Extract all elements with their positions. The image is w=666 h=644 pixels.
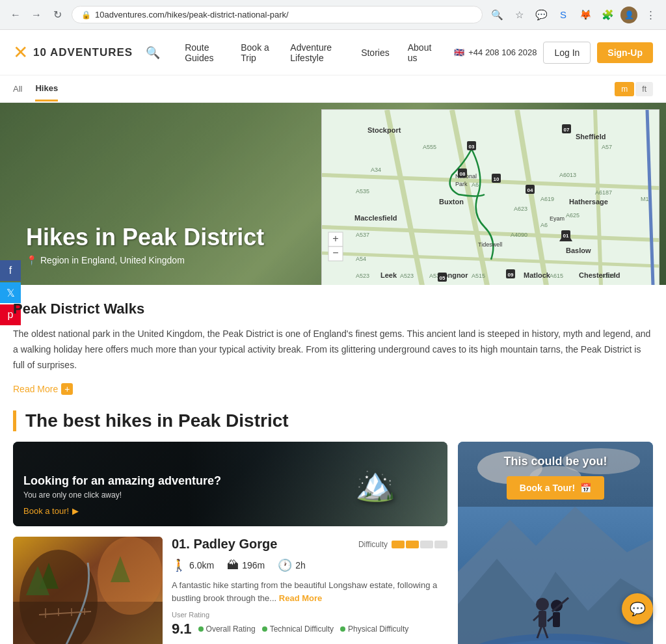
logo-icon: ✕ <box>13 42 28 63</box>
browser-nav-buttons: ← → ↻ <box>7 6 66 24</box>
svg-text:Leek: Leek <box>380 271 397 279</box>
svg-text:A615: A615 <box>550 273 563 279</box>
nav-about-us[interactable]: About us <box>399 30 442 75</box>
hikes-left: 🏔️ Looking for an amazing adventure? You… <box>13 442 447 644</box>
svg-text:A6013: A6013 <box>559 172 576 178</box>
svg-text:07: 07 <box>564 127 570 133</box>
url-text: 10adventures.com/hikes/peak-district-nat… <box>95 10 289 20</box>
svg-text:A6: A6 <box>540 222 548 228</box>
hike-info-padley-gorge: 01. Padley Gorge Difficulty <box>172 537 447 644</box>
svg-text:Buxton: Buxton <box>439 198 464 206</box>
adventure-banner[interactable]: 🏔️ Looking for an amazing adventure? You… <box>13 442 447 526</box>
facebook-share-button[interactable]: f <box>0 260 21 281</box>
site-header: ✕ 10 ADVENTURES 🔍 Route Guides Book a Tr… <box>0 30 666 75</box>
chat-bubble[interactable]: 💬 <box>622 593 653 624</box>
map-wrapper[interactable]: A34 A535 A537 A54 A523 A523 A515 A619 A6… <box>321 109 659 285</box>
logo-text: 10 ADVENTURES <box>33 46 133 59</box>
login-button[interactable]: Log In <box>543 42 591 64</box>
walks-title: Peak District Walks <box>13 301 653 317</box>
svg-text:M1: M1 <box>641 196 649 202</box>
best-hikes-section: The best hikes in Peak District 🏔️ Looki… <box>0 410 666 644</box>
browser-actions: 🔍 ☆ 💬 S 🦊 🧩 👤 ⋮ <box>488 6 659 24</box>
best-hikes-heading: The best hikes in Peak District <box>13 410 653 431</box>
subnav-hikes[interactable]: Hikes <box>35 77 58 101</box>
hike-thumb-bg <box>13 537 163 644</box>
svg-text:A537: A537 <box>356 232 369 238</box>
lock-icon: 🔒 <box>81 10 91 20</box>
svg-text:+: + <box>332 233 338 244</box>
map-container: A34 A535 A537 A54 A523 A523 A515 A619 A6… <box>321 109 659 285</box>
map-svg: A34 A535 A537 A54 A523 A523 A515 A619 A6… <box>322 110 659 285</box>
nav-adventure-lifestyle[interactable]: Adventure Lifestyle <box>281 30 352 75</box>
hikes-layout: 🏔️ Looking for an amazing adventure? You… <box>13 442 653 644</box>
phys-diff-badge: Physical Difficulty <box>340 624 408 634</box>
header-search-icon[interactable]: 🔍 <box>146 46 160 60</box>
signup-button[interactable]: Sign-Up <box>597 42 653 63</box>
svg-text:Eyam: Eyam <box>550 215 565 222</box>
diff-bar-4 <box>434 541 447 548</box>
svg-text:Tideswell: Tideswell <box>478 241 502 248</box>
address-bar[interactable]: 🔒 10adventures.com/hikes/peak-district-n… <box>72 6 483 23</box>
main-nav: Route Guides Book a Trip Adventure Lifes… <box>176 30 441 75</box>
refresh-button[interactable]: ↻ <box>48 6 66 24</box>
hero-subtitle: 📍 Region in England, United Kingdom <box>26 255 264 265</box>
arrow-icon: ▶ <box>72 506 79 516</box>
svg-text:Chesterfield: Chesterfield <box>579 271 620 279</box>
subnav-all[interactable]: All <box>13 77 22 100</box>
svg-text:A619: A619 <box>540 196 554 202</box>
hike-read-more-padley-gorge[interactable]: Read More <box>279 593 322 603</box>
rating-label: User Rating <box>172 611 447 619</box>
svg-text:Stockport: Stockport <box>367 126 401 134</box>
hero-location: Region in England, United Kingdom <box>40 255 185 265</box>
hike-elevation: 🏔 196m <box>227 558 265 572</box>
hike-card-padley-gorge: 01. Padley Gorge Difficulty <box>13 537 447 644</box>
hike-rating-padley-gorge: User Rating 9.1 Overall Rating Technical… <box>172 611 447 637</box>
search-browser-icon[interactable]: 🔍 <box>488 6 506 24</box>
svg-text:A623: A623 <box>514 206 527 212</box>
main-content-area: Peak District Walks The oldest national … <box>0 285 666 410</box>
more-options-icon[interactable]: ⋮ <box>641 6 659 24</box>
overall-rating-badge: Overall Rating <box>198 624 256 634</box>
diff-bar-2 <box>406 541 419 548</box>
overall-dot <box>198 626 204 632</box>
right-banner-book-button[interactable]: Book a Tour! 📅 <box>507 476 604 500</box>
unit-metric-button[interactable]: m <box>615 82 634 96</box>
svg-text:08: 08 <box>460 171 466 177</box>
svg-text:A555: A555 <box>423 144 436 150</box>
intro-text: The oldest national park in the United K… <box>13 327 653 373</box>
elevation-icon: 🏔 <box>227 559 239 572</box>
bookmark-icon[interactable]: ☆ <box>510 6 528 24</box>
location-icon: 📍 <box>26 255 37 265</box>
svg-point-101 <box>551 600 563 611</box>
read-more-button[interactable]: Read More + <box>13 383 73 395</box>
svg-text:10: 10 <box>494 176 500 182</box>
nav-book-trip[interactable]: Book a Trip <box>232 30 281 75</box>
back-button[interactable]: ← <box>7 6 25 24</box>
ext1-icon[interactable]: S <box>554 6 572 24</box>
nav-route-guides[interactable]: Route Guides <box>176 30 232 75</box>
svg-text:04: 04 <box>527 187 533 193</box>
profile-icon[interactable]: 👤 <box>620 7 637 23</box>
nav-stories[interactable]: Stories <box>352 30 399 75</box>
unit-imperial-button[interactable]: ft <box>635 82 653 96</box>
rating-row: 9.1 Overall Rating Technical Difficulty <box>172 621 447 637</box>
svg-text:09: 09 <box>508 272 514 278</box>
browser-chrome: ← → ↻ 🔒 10adventures.com/hikes/peak-dist… <box>0 0 666 30</box>
svg-text:A57: A57 <box>602 144 612 150</box>
svg-text:A523: A523 <box>356 273 369 279</box>
forward-button[interactable]: → <box>27 6 46 24</box>
hike-name-padley-gorge: 01. Padley Gorge <box>172 537 277 552</box>
hike-stats-padley-gorge: 🚶 6.0km 🏔 196m 🕐 2h <box>172 558 447 572</box>
hike-thumbnail-padley-gorge[interactable] <box>13 537 163 644</box>
hike-description-padley-gorge: A fantastic hike starting from the beaut… <box>172 579 447 604</box>
ext2-icon[interactable]: 🦊 <box>576 6 594 24</box>
diff-bar-3 <box>420 541 433 548</box>
hike-duration: 🕐 2h <box>278 558 306 572</box>
ext3-icon[interactable]: 🧩 <box>598 6 617 24</box>
adventure-cta-link[interactable]: Book a tour! ▶ <box>23 506 221 516</box>
message-ext-icon[interactable]: 💬 <box>532 6 550 24</box>
logo[interactable]: ✕ 10 ADVENTURES <box>13 42 133 63</box>
svg-text:01: 01 <box>563 233 569 239</box>
rating-number: 9.1 <box>172 621 192 637</box>
phone-number: +44 208 106 2028 <box>468 47 537 57</box>
